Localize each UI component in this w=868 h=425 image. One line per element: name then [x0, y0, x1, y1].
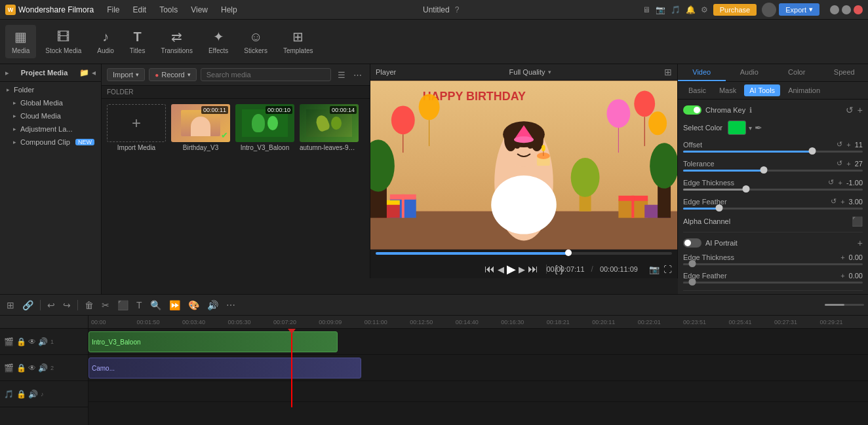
- skip-forward-button[interactable]: ⏭: [528, 263, 538, 275]
- import-media-item[interactable]: + Import Media: [107, 104, 166, 151]
- minimize-button[interactable]: [830, 5, 839, 14]
- tl-new-track[interactable]: ⊞: [4, 299, 17, 312]
- fullscreen-button[interactable]: ⛶: [663, 265, 672, 274]
- ai-portrait-add[interactable]: +: [858, 238, 863, 248]
- skip-back-button[interactable]: ⏮: [484, 263, 495, 275]
- tl-delete[interactable]: 🗑: [82, 299, 96, 312]
- tl-undo[interactable]: ↩: [45, 299, 58, 312]
- clip-intro[interactable]: Intro_V3_Baloon: [89, 331, 338, 352]
- bell-icon[interactable]: 🔔: [686, 5, 696, 14]
- media-item-birthday[interactable]: 00:00:11 ✔ Birthday_V3: [171, 104, 230, 151]
- ai-edge-thickness-add[interactable]: +: [840, 253, 844, 261]
- subtab-animation[interactable]: Animation: [783, 84, 825, 96]
- ai-edge-feather-add[interactable]: +: [840, 272, 844, 280]
- menu-help[interactable]: Help: [218, 4, 240, 16]
- tolerance-thumb[interactable]: [760, 166, 768, 174]
- tab-video[interactable]: Video: [678, 64, 726, 81]
- edge-thickness-thumb[interactable]: [742, 185, 749, 193]
- settings-icon[interactable]: ⚙: [701, 5, 708, 14]
- tab-color[interactable]: Color: [773, 64, 821, 81]
- panel-icon-collapse[interactable]: ◂: [92, 68, 96, 77]
- edge-feather-add[interactable]: +: [840, 198, 844, 206]
- tl-cut[interactable]: ✂: [99, 299, 112, 312]
- track-audio-lock[interactable]: 🔒: [16, 390, 26, 399]
- chroma-plus-icon[interactable]: +: [858, 105, 863, 115]
- progress-bar-area[interactable]: [370, 249, 677, 260]
- collapse-icon[interactable]: ▸: [5, 69, 9, 77]
- ai-edge-thickness-thumb[interactable]: [688, 260, 696, 267]
- tl-more[interactable]: ⋯: [224, 299, 238, 312]
- clip-camo[interactable]: Camo...: [89, 358, 361, 379]
- subtab-aitools[interactable]: AI Tools: [744, 84, 780, 96]
- track2-audio[interactable]: 🔊: [38, 363, 48, 373]
- more-icon[interactable]: ⋯: [351, 69, 365, 81]
- quality-selector[interactable]: Full Quality ▾: [509, 68, 551, 76]
- ai-edge-feather-track[interactable]: [683, 282, 863, 284]
- media-item-autumn[interactable]: 00:00:14 autumn-leaves-92681: [300, 104, 359, 151]
- track2-lock[interactable]: 🔒: [16, 363, 26, 373]
- export-button[interactable]: Export ▾: [779, 3, 819, 16]
- tool-audio[interactable]: ♪ Audio: [90, 26, 121, 58]
- sidebar-item-adjustment[interactable]: ▸ Adjustment La...: [0, 122, 101, 136]
- play-button[interactable]: ▶: [507, 262, 516, 276]
- offset-add[interactable]: +: [846, 141, 850, 149]
- frame-forward-button[interactable]: ▶: [519, 265, 525, 274]
- media-item-intro[interactable]: 00:00:10 Intro_V3_Baloon: [235, 104, 294, 151]
- subtab-basic[interactable]: Basic: [683, 84, 711, 96]
- edge-thickness-reset[interactable]: ↺: [828, 178, 834, 187]
- preview-icon[interactable]: ⊞: [664, 67, 672, 77]
- tolerance-add[interactable]: +: [846, 160, 850, 168]
- tool-stickers[interactable]: ☺ Stickers: [237, 26, 274, 58]
- tool-transitions[interactable]: ⇄ Transitions: [154, 25, 199, 58]
- sidebar-item-global[interactable]: ▸ Global Media: [0, 96, 101, 109]
- offset-thumb[interactable]: [809, 147, 816, 155]
- edge-feather-track[interactable]: [683, 208, 863, 210]
- track1-eye[interactable]: 👁: [28, 337, 36, 346]
- tl-redo[interactable]: ↪: [60, 299, 73, 312]
- tolerance-track[interactable]: [683, 170, 863, 172]
- ai-portrait-toggle[interactable]: [683, 238, 701, 248]
- tool-titles[interactable]: T Titles: [123, 26, 152, 58]
- offset-track[interactable]: [683, 151, 863, 153]
- sidebar-item-compound[interactable]: ▸ Compound Clip NEW: [0, 136, 101, 149]
- help-icon[interactable]: ?: [455, 5, 460, 14]
- alpha-channel-icon[interactable]: ⬛: [852, 216, 863, 227]
- tl-speed[interactable]: ⏩: [167, 299, 183, 312]
- progress-thumb[interactable]: [565, 249, 572, 256]
- edge-thickness-add[interactable]: +: [838, 179, 842, 187]
- camera-icon[interactable]: 📷: [656, 5, 665, 14]
- subtab-mask[interactable]: Mask: [714, 84, 741, 96]
- search-input[interactable]: [201, 68, 331, 81]
- frame-back-button[interactable]: ◀: [498, 265, 504, 274]
- menu-file[interactable]: File: [104, 4, 122, 16]
- monitor-icon[interactable]: 🖥: [642, 5, 650, 14]
- maximize-button[interactable]: [842, 5, 851, 14]
- edge-feather-thumb[interactable]: [715, 204, 722, 212]
- tool-media[interactable]: ▦ Media: [5, 25, 36, 58]
- eyedropper-icon[interactable]: ✒: [755, 122, 762, 133]
- tool-templates[interactable]: ⊞ Templates: [277, 25, 320, 58]
- close-button[interactable]: [854, 5, 863, 14]
- edge-thickness-track[interactable]: [683, 189, 863, 191]
- filter-icon[interactable]: ☰: [335, 69, 348, 81]
- purchase-button[interactable]: Purchase: [713, 4, 757, 16]
- menu-edit[interactable]: Edit: [130, 4, 149, 16]
- tl-zoom[interactable]: 🔍: [148, 299, 164, 312]
- tl-crop[interactable]: ⬛: [115, 299, 131, 312]
- track-audio-mute[interactable]: 🔊: [28, 390, 38, 399]
- color-swatch[interactable]: [728, 120, 746, 135]
- ai-edge-thickness-track[interactable]: [683, 263, 863, 265]
- tl-color[interactable]: 🎨: [186, 299, 202, 312]
- music-icon[interactable]: 🎵: [671, 5, 681, 14]
- import-placeholder[interactable]: +: [107, 104, 166, 142]
- sidebar-item-cloud[interactable]: ▸ Cloud Media: [0, 109, 101, 122]
- chroma-key-toggle[interactable]: [683, 105, 701, 115]
- tl-link[interactable]: 🔗: [20, 299, 36, 312]
- tl-text[interactable]: T: [134, 299, 145, 312]
- record-button[interactable]: ● Record ▾: [149, 68, 197, 81]
- track2-eye[interactable]: 👁: [28, 363, 36, 373]
- menu-tools[interactable]: Tools: [157, 4, 180, 16]
- panel-icon-folder[interactable]: 📁: [79, 68, 89, 77]
- ai-edge-feather-thumb[interactable]: [688, 278, 696, 286]
- tl-audio[interactable]: 🔊: [205, 299, 221, 312]
